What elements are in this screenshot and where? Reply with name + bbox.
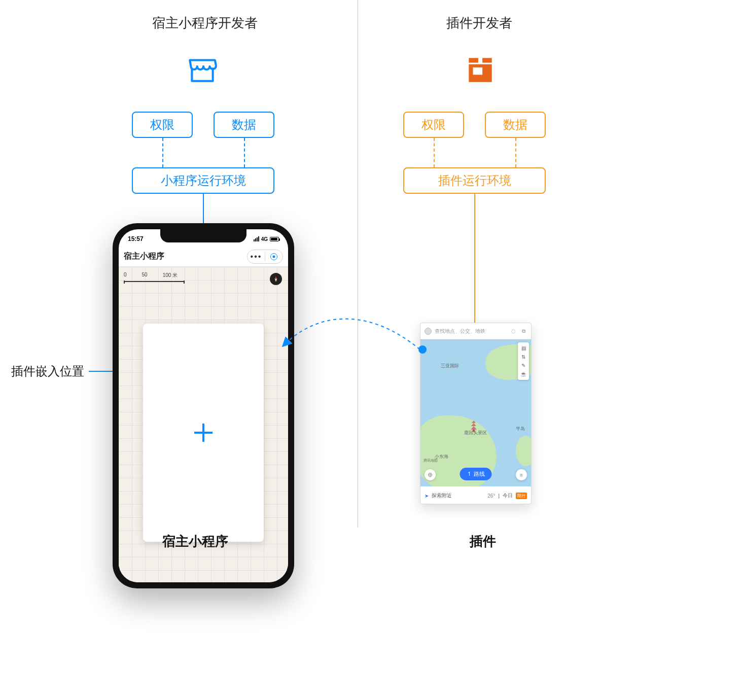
embed-location-label: 插件嵌入位置 xyxy=(11,363,84,379)
svg-rect-2 xyxy=(469,58,478,62)
toggle-button[interactable]: ≡ xyxy=(516,469,527,480)
voice-icon[interactable]: ◌ xyxy=(510,328,517,335)
host-data-box: 数据 xyxy=(214,112,274,138)
more-icon[interactable]: ••• xyxy=(248,250,265,263)
connector xyxy=(434,138,435,167)
status-bar: 15:57 4G xyxy=(119,233,288,244)
host-bottom-title: 宿主小程序 xyxy=(162,533,228,550)
plugin-runtime-box: 插件运行环境 xyxy=(403,167,546,194)
layer-icon[interactable]: ▤ xyxy=(521,345,526,351)
host-permission-box: 权限 xyxy=(132,112,193,138)
svg-rect-6 xyxy=(473,430,475,432)
route-button[interactable]: ↿ 路线 xyxy=(460,468,492,480)
host-runtime-box: 小程序运行环境 xyxy=(132,167,274,194)
temperature: 26° xyxy=(487,493,495,499)
plugin-footer: ➤ 探索附近 26° | 今日 限行 xyxy=(420,486,531,504)
package-icon xyxy=(464,53,497,88)
map-poi: 半岛 xyxy=(516,426,525,432)
capsule-buttons[interactable]: ••• xyxy=(247,250,283,264)
battery-icon xyxy=(270,237,279,241)
svg-marker-5 xyxy=(275,278,277,282)
search-placeholder: 查找地点、公交、地铁 xyxy=(435,328,507,335)
restriction-tag: 限行 xyxy=(516,493,527,499)
plugin-developer-title: 插件开发者 xyxy=(446,14,512,32)
scale-label: 100 米 xyxy=(163,272,178,279)
svg-rect-1 xyxy=(473,67,483,75)
avatar-icon xyxy=(425,328,432,335)
plugin-map[interactable]: 三亚国际 鹿回头景区 半岛 小东海 ▤ ⇅ ✎ ☕ ⊕ ↿ 路线 ≡ 腾讯地图 xyxy=(420,339,531,486)
plugin-data-box: 数据 xyxy=(485,112,546,138)
send-icon[interactable]: ➤ xyxy=(425,493,429,499)
scale-label: 0 xyxy=(124,272,127,279)
arrow-overlay xyxy=(0,0,741,700)
column-divider xyxy=(358,0,358,528)
pagoda-icon xyxy=(469,421,478,434)
compass-icon xyxy=(270,273,282,285)
store-icon xyxy=(186,53,219,88)
connector xyxy=(244,138,245,167)
status-time: 15:57 xyxy=(128,235,144,242)
food-icon[interactable]: ☕ xyxy=(520,371,526,377)
plus-icon xyxy=(194,424,213,442)
plugin-slot[interactable] xyxy=(143,324,264,542)
plugin-anchor-dot xyxy=(418,345,427,354)
connector xyxy=(203,194,204,224)
host-developer-title: 宿主小程序开发者 xyxy=(152,14,258,32)
locate-button[interactable]: ⊕ xyxy=(425,469,436,480)
plugin-search-bar[interactable]: 查找地点、公交、地铁 ◌ ⧉ xyxy=(420,323,531,339)
connector xyxy=(474,194,475,325)
plugin-permission-box: 权限 xyxy=(403,112,464,138)
close-icon[interactable] xyxy=(265,250,283,263)
map-tools[interactable]: ▤ ⇅ ✎ ☕ xyxy=(518,342,529,380)
connector xyxy=(162,138,163,167)
today-label: 今日 xyxy=(503,492,513,499)
map-attribution: 腾讯地图 xyxy=(424,458,438,463)
arrow-up-icon: ↿ xyxy=(467,471,472,477)
map-scale-bar: 0 50 100 米 xyxy=(124,272,185,282)
report-icon[interactable]: ✎ xyxy=(521,363,525,368)
explore-nearby[interactable]: 探索附近 xyxy=(432,492,452,499)
scan-icon[interactable]: ⧉ xyxy=(520,328,527,335)
signal-label: 4G xyxy=(261,236,268,242)
plugin-preview-card: 查找地点、公交、地铁 ◌ ⧉ 三亚国际 鹿回头景区 半岛 小东海 ▤ ⇅ ✎ ☕… xyxy=(420,323,532,504)
app-title: 宿主小程序 xyxy=(124,251,164,262)
signal-bars-icon xyxy=(254,236,259,241)
svg-rect-3 xyxy=(482,58,492,62)
traffic-icon[interactable]: ⇅ xyxy=(521,354,525,360)
route-label: 路线 xyxy=(474,470,485,478)
connector xyxy=(515,138,516,167)
plugin-bottom-title: 插件 xyxy=(470,533,496,550)
map-poi: 三亚国际 xyxy=(441,363,459,369)
scale-label: 50 xyxy=(142,272,148,279)
